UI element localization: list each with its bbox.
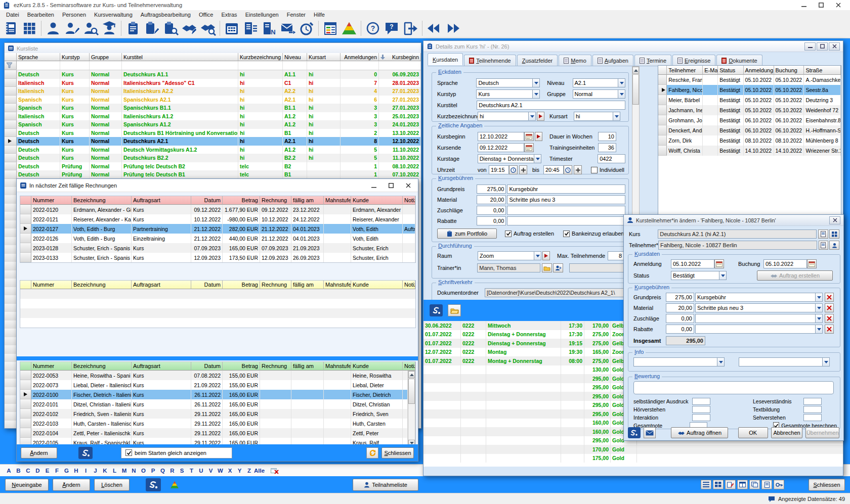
von-clock-icon[interactable] xyxy=(509,165,518,174)
cell-betrag[interactable]: 160,00 xyxy=(584,419,611,428)
cell-sprache[interactable]: Deutsch xyxy=(17,162,60,171)
cell-betrag[interactable]: 295,00 xyxy=(584,409,611,419)
col-betrag[interactable]: Betrag xyxy=(223,281,260,289)
table-icon[interactable] xyxy=(737,480,748,489)
col-buchung[interactable]: Buchung xyxy=(774,66,804,75)
cell-datum[interactable]: 07.08.2022 xyxy=(191,371,223,380)
cell-kurstitel[interactable]: Prüfung telc Deutsch B2 xyxy=(122,162,238,171)
cell-gruppe[interactable]: Normal xyxy=(90,146,122,154)
cell-kursbeginn[interactable]: 27.01.2023 xyxy=(379,96,421,104)
row-marker[interactable] xyxy=(5,146,17,154)
cell-kurstage[interactable]: Dienstag + Donnerstag xyxy=(486,339,561,348)
remove-fee-icon[interactable] xyxy=(825,314,834,323)
cell-sprache[interactable]: Deutsch xyxy=(17,170,60,179)
cell-mahnstufe[interactable] xyxy=(324,253,351,262)
cell-email[interactable] xyxy=(703,85,718,95)
cell-anmeldung[interactable]: 06.10.2022 xyxy=(744,125,774,135)
grundpreis-amount[interactable]: 275,00 xyxy=(666,293,694,302)
cell-betrag[interactable]: 295,00 xyxy=(584,374,611,383)
raum-goto-icon[interactable] xyxy=(542,251,550,260)
interaktion-input[interactable] xyxy=(692,414,710,421)
order-edit-icon[interactable] xyxy=(180,20,198,37)
cell-kurstyp[interactable]: Kurs xyxy=(60,120,90,129)
autoshow-checkbox[interactable] xyxy=(125,449,132,456)
cell-datum[interactable]: 21.12.2022 xyxy=(191,224,223,234)
cell-trimester[interactable] xyxy=(461,427,486,436)
niveau-select[interactable]: A2.1 xyxy=(573,78,626,87)
cell-betrag[interactable]: 295,00 xyxy=(584,401,611,410)
cell-nummer[interactable]: 2022-0103 xyxy=(31,419,72,428)
row-marker[interactable] xyxy=(658,115,667,125)
dropdown-icon[interactable] xyxy=(815,293,823,302)
reminder-clock-icon[interactable] xyxy=(298,20,316,37)
remove-fee-icon[interactable] xyxy=(825,325,834,334)
row-marker[interactable] xyxy=(20,224,31,234)
cell-kurzbezeichnung[interactable]: hi xyxy=(238,129,283,138)
cell-kunde[interactable]: Huth, Carsten xyxy=(351,419,403,428)
cell-kursbeginn[interactable]: 13.10.2022 xyxy=(379,129,421,138)
cell-sprache[interactable]: Spanisch xyxy=(17,96,60,104)
col-bezeichnung[interactable]: Bezeichnung xyxy=(72,281,132,289)
cell-raum[interactable]: Gold xyxy=(611,445,637,454)
cell-kursart[interactable]: hi xyxy=(307,70,341,79)
cell-trimester[interactable] xyxy=(461,419,486,428)
dropdown-icon[interactable] xyxy=(534,154,541,163)
cell-uhrzeit[interactable] xyxy=(561,409,584,419)
cell-datum[interactable]: 21.09.2022 xyxy=(191,380,223,390)
cell-strasse[interactable]: Weidenhof 72 xyxy=(804,105,841,115)
alphabet-letter[interactable]: I xyxy=(81,468,91,474)
cell-uhrzeit[interactable]: 17:30 xyxy=(561,321,584,330)
details-tab[interactable]: Termine xyxy=(634,55,671,66)
cell-kurstitel[interactable]: Italienischkurs A2.2 xyxy=(122,87,238,96)
cell-faellig-am[interactable]: 21.09.2023 xyxy=(291,243,324,253)
cell-auftragsart[interactable]: Partnertraining xyxy=(132,224,191,234)
alphabet-letter[interactable]: K xyxy=(100,468,110,474)
cell-buchung[interactable]: 05.10.2022 xyxy=(774,85,804,95)
cell-betrag[interactable]: 165,00 EUR xyxy=(223,399,260,409)
kurstage-select[interactable]: Dienstag + Donnerstag xyxy=(478,154,541,163)
termin-row[interactable]: 170,00 Gold xyxy=(423,445,843,454)
row-marker[interactable] xyxy=(20,253,31,262)
filter-cell[interactable] xyxy=(341,61,379,70)
filter-cell[interactable] xyxy=(307,61,341,70)
cell-uhrzeit[interactable] xyxy=(561,365,584,375)
alphabet-letter[interactable]: V xyxy=(206,468,216,474)
cell-niveau[interactable]: B2 xyxy=(283,162,307,171)
cell-notiz[interactable] xyxy=(403,390,408,399)
cell-gruppe[interactable]: Normal xyxy=(90,162,122,171)
kurzbezeichnung-goto-icon[interactable] xyxy=(537,112,544,121)
col-notiz[interactable]: Notiz xyxy=(403,196,415,205)
trainer-select-icon[interactable] xyxy=(553,263,563,272)
rechnung-row[interactable]: 2022-0127 Voth, Edith - Burg Partnertrai… xyxy=(20,224,415,234)
filter-cell[interactable] xyxy=(283,61,307,70)
cell-niveau[interactable]: A2.2 xyxy=(283,87,307,96)
menu-item[interactable]: Extras xyxy=(217,11,241,18)
menu-item[interactable]: Fenster xyxy=(283,11,310,18)
zuschlaege-amount[interactable]: 0,00 xyxy=(477,206,506,215)
cell-sprache[interactable]: Spanisch xyxy=(17,120,60,129)
document-icon[interactable] xyxy=(761,480,772,489)
alphabet-letter[interactable]: C xyxy=(23,468,33,474)
trainer-input[interactable]: Mann, Thomas xyxy=(477,263,540,272)
co-trainer-input[interactable] xyxy=(569,263,625,272)
cell-strasse[interactable]: H.-Hoffmann-Str xyxy=(804,125,841,135)
menu-item[interactable]: Kursverwaltung xyxy=(90,11,137,18)
addressbook-icon[interactable] xyxy=(2,20,20,37)
cell-betrag[interactable]: 165,00 EUR xyxy=(223,419,260,428)
course-search-icon[interactable] xyxy=(161,20,180,37)
cell-gruppe[interactable]: Normal xyxy=(90,137,122,146)
cell-mahnstufe[interactable] xyxy=(324,428,351,438)
cell-kurzbezeichnung[interactable]: telc xyxy=(238,170,283,179)
cell-sprache[interactable]: Italienisch xyxy=(17,87,60,96)
alphabet-letter[interactable]: A xyxy=(4,468,14,474)
cell-trimester[interactable] xyxy=(461,436,486,445)
cell-trimester[interactable]: 0222 xyxy=(461,330,486,339)
order-search-icon[interactable] xyxy=(199,20,217,37)
col-kursart[interactable]: Kursart xyxy=(307,53,341,61)
cell-raum[interactable]: Gold xyxy=(611,454,637,463)
cell-kunde[interactable]: Heine, Roswitha xyxy=(351,371,403,380)
cell-uhrzeit[interactable] xyxy=(561,401,584,410)
col-status[interactable]: Status xyxy=(718,66,743,75)
hoeren-input[interactable] xyxy=(692,406,710,413)
menu-item[interactable]: Bearbeiten xyxy=(23,11,58,18)
